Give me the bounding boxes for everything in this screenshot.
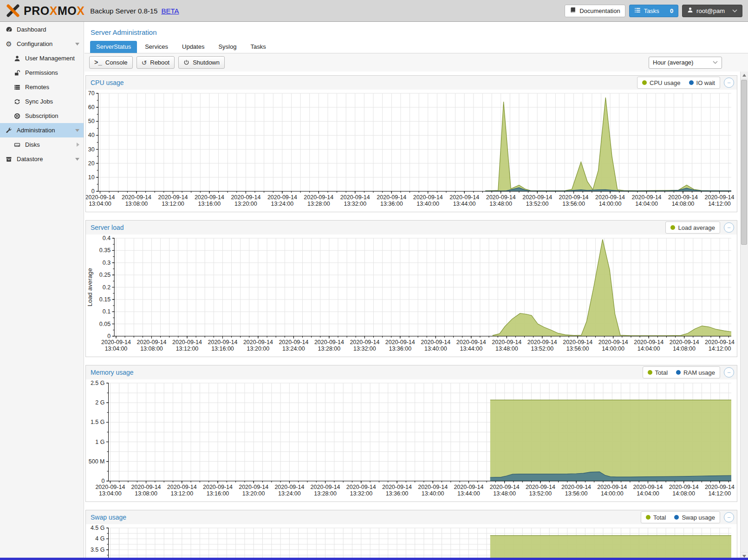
sidebar-item-administration[interactable]: Administration — [0, 123, 84, 137]
svg-text:0.35: 0.35 — [99, 247, 111, 254]
console-label: Console — [105, 59, 128, 66]
sidebar-item-datastore[interactable]: Datastore — [0, 152, 84, 166]
svg-text:2020-09-14: 2020-09-14 — [208, 339, 238, 345]
panel-title-cpu: CPU usage — [91, 79, 637, 86]
svg-text:2020-09-14: 2020-09-14 — [172, 339, 202, 345]
user-menu-button[interactable]: root@pam — [682, 5, 742, 17]
sidebar-item-configuration[interactable]: ⚙Configuration — [0, 37, 84, 51]
sidebar-item-dashboard[interactable]: Dashboard — [0, 22, 84, 37]
sidebar-item-label: Disks — [25, 141, 40, 148]
svg-text:0: 0 — [102, 478, 105, 484]
tab-services[interactable]: Services — [139, 41, 174, 53]
svg-text:2020-09-14: 2020-09-14 — [279, 339, 308, 345]
tab-tasks[interactable]: Tasks — [244, 41, 272, 53]
svg-text:2020-09-14: 2020-09-14 — [131, 484, 161, 490]
legend-item-ram-usage[interactable]: RAM usage — [676, 369, 715, 376]
collapse-panel-button[interactable]: − — [724, 367, 734, 378]
tab-updates[interactable]: Updates — [176, 41, 210, 53]
svg-text:2020-09-14: 2020-09-14 — [633, 484, 663, 490]
svg-text:13:16:00: 13:16:00 — [211, 345, 234, 352]
svg-text:13:12:00: 13:12:00 — [176, 345, 199, 352]
svg-text:0.1: 0.1 — [103, 308, 111, 315]
chevron-down-icon[interactable] — [75, 43, 79, 46]
legend-item-total[interactable]: Total — [646, 514, 666, 521]
chevron-down-icon[interactable] — [75, 129, 79, 132]
svg-text:13:08:00: 13:08:00 — [125, 201, 148, 207]
gears-icon: ⚙ — [5, 40, 13, 47]
shutdown-button[interactable]: Shutdown — [178, 56, 225, 69]
panel-header-memory: Memory usageTotalRAM usage− — [86, 365, 737, 379]
sidebar-item-label: User Management — [25, 55, 75, 62]
tasks-count-badge: 0 — [670, 7, 673, 14]
time-period-value: Hour (average) — [653, 59, 693, 66]
reboot-icon: ↺ — [142, 59, 147, 66]
documentation-label: Documentation — [579, 7, 620, 14]
tab-serverstatus[interactable]: ServerStatus — [90, 41, 137, 53]
chevron-right-icon[interactable] — [77, 143, 79, 147]
svg-text:2020-09-14: 2020-09-14 — [158, 194, 188, 201]
legend-item-swap-usage[interactable]: Swap usage — [674, 514, 715, 521]
beta-link[interactable]: BETA — [161, 7, 179, 15]
collapse-panel-button[interactable]: − — [724, 78, 734, 88]
svg-text:2020-09-14: 2020-09-14 — [314, 339, 344, 345]
svg-text:0: 0 — [107, 333, 111, 339]
svg-text:0.4: 0.4 — [103, 235, 111, 241]
svg-text:2020-09-14: 2020-09-14 — [350, 339, 379, 345]
svg-text:13:24:00: 13:24:00 — [282, 345, 305, 352]
sidebar-item-subscription[interactable]: Subscription — [0, 109, 84, 123]
svg-text:2020-09-14: 2020-09-14 — [203, 484, 233, 490]
vertical-scrollbar[interactable] — [740, 72, 748, 560]
chevron-down-icon[interactable] — [75, 158, 79, 161]
svg-text:14:08:00: 14:08:00 — [672, 490, 695, 497]
reboot-label: Reboot — [150, 59, 169, 66]
collapse-panel-button[interactable]: − — [724, 512, 734, 522]
svg-text:2020-09-14: 2020-09-14 — [122, 194, 151, 201]
panel-title-swap: Swap usage — [91, 514, 641, 521]
svg-text:13:28:00: 13:28:00 — [307, 201, 330, 207]
svg-text:14:04:00: 14:04:00 — [637, 490, 659, 497]
scrollbar-thumb[interactable] — [741, 80, 747, 245]
sidebar-item-permissions[interactable]: Permissions — [0, 65, 84, 80]
scroll-up-button[interactable] — [741, 72, 748, 79]
panel-swap: Swap usageTotalSwap usage−0500 M1 G1.5 G… — [85, 510, 737, 560]
book-icon — [570, 7, 576, 15]
svg-text:2020-09-14: 2020-09-14 — [705, 339, 735, 345]
console-button[interactable]: >_ Console — [89, 56, 133, 69]
legend-label: Swap usage — [682, 514, 715, 521]
power-icon — [183, 59, 189, 65]
sidebar-item-sync-jobs[interactable]: Sync Jobs — [0, 94, 84, 109]
datastore-icon — [5, 156, 13, 163]
legend-item-load-average[interactable]: Load average — [670, 224, 715, 231]
svg-text:2020-09-14: 2020-09-14 — [456, 339, 486, 345]
svg-text:2020-09-14: 2020-09-14 — [490, 484, 520, 490]
reboot-button[interactable]: ↺ Reboot — [137, 56, 175, 69]
tasks-button[interactable]: Tasks 0 — [629, 5, 678, 17]
legend-item-total[interactable]: Total — [648, 369, 668, 376]
svg-text:13:20:00: 13:20:00 — [242, 490, 265, 497]
svg-text:14:00:00: 14:00:00 — [602, 345, 624, 352]
chart-cpu: 0102030405060702020-09-1413:04:002020-09… — [86, 90, 735, 212]
sidebar-item-label: Dashboard — [17, 26, 46, 33]
svg-text:2020-09-14: 2020-09-14 — [668, 194, 698, 201]
legend-item-io-wait[interactable]: IO wait — [689, 79, 715, 86]
svg-text:2020-09-14: 2020-09-14 — [413, 194, 443, 201]
legend-label: Load average — [678, 224, 715, 231]
svg-text:14:08:00: 14:08:00 — [673, 345, 696, 352]
time-period-select[interactable]: Hour (average) — [649, 57, 722, 69]
svg-text:14:08:00: 14:08:00 — [672, 201, 695, 207]
sidebar-item-remotes[interactable]: Remotes — [0, 80, 84, 94]
svg-text:10: 10 — [88, 174, 95, 181]
documentation-button[interactable]: Documentation — [565, 5, 625, 17]
sidebar-item-disks[interactable]: Disks — [0, 137, 84, 152]
sidebar-item-user-management[interactable]: User Management — [0, 51, 84, 65]
sidebar-item-label: Configuration — [17, 40, 52, 47]
panel-title-memory: Memory usage — [91, 369, 643, 376]
collapse-panel-button[interactable]: − — [724, 222, 734, 233]
svg-text:14:00:00: 14:00:00 — [599, 201, 622, 207]
toolbar: >_ Console ↺ Reboot Shutdown Hour (avera… — [85, 53, 748, 72]
legend-item-cpu-usage[interactable]: CPU usage — [642, 79, 680, 86]
panel-memory: Memory usageTotalRAM usage−0500 M1 G1.5 … — [85, 365, 737, 502]
shutdown-label: Shutdown — [193, 59, 220, 66]
sidebar-item-label: Datastore — [17, 156, 43, 163]
tab-syslog[interactable]: Syslog — [212, 41, 242, 53]
